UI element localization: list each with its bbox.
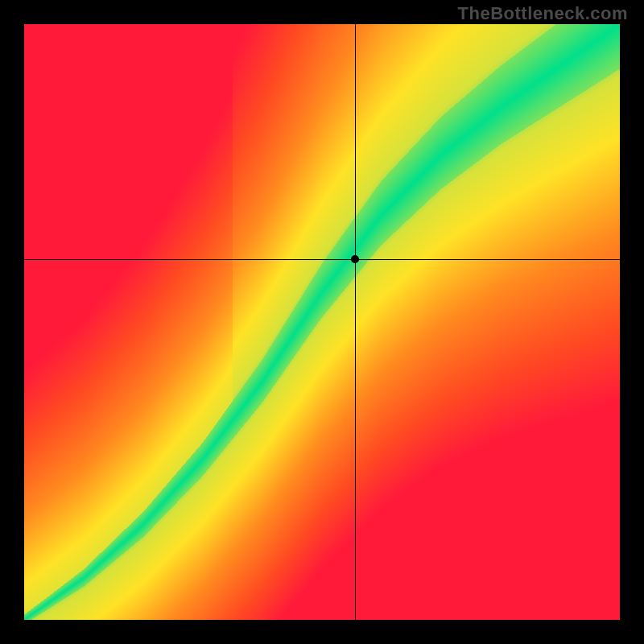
data-point-marker [351, 255, 359, 263]
heatmap-canvas [24, 24, 620, 620]
crosshair-vertical [355, 24, 356, 620]
heatmap-plot [24, 24, 620, 620]
watermark-text: TheBottleneck.com [458, 3, 628, 24]
crosshair-horizontal [24, 259, 620, 260]
